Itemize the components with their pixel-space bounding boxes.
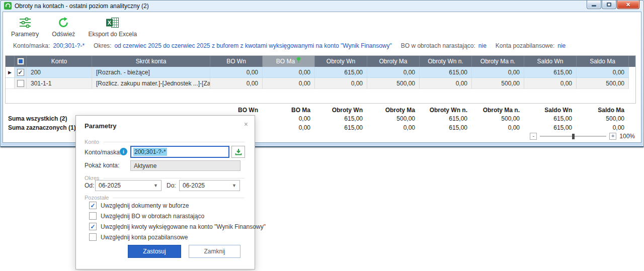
zoom-slider[interactable]: [540, 133, 606, 139]
summary-column-header: Obroty Ma: [367, 107, 419, 114]
current-row-arrow-icon: ▶: [8, 70, 12, 75]
column-header-obroty-ma-n-[interactable]: Obroty Ma n.: [472, 56, 524, 67]
bo-narastajaco-label: BO w obrotach narastająco:: [401, 42, 475, 49]
row-selector-cell: [6, 78, 15, 89]
column-header-konto[interactable]: Konto: [27, 56, 92, 67]
zastosuj-button[interactable]: Zastosuj: [128, 245, 181, 258]
accounts-grid: KontoSkrót kontaBO WnBO MaObroty WnObrot…: [5, 55, 636, 104]
filter-summary: Konto/maska:200;301-?-* Okres:od czerwie…: [13, 42, 566, 49]
download-icon: [235, 148, 242, 155]
table-row[interactable]: ▶200[Rozrach. - bieżące]0,000,00615,000,…: [6, 67, 635, 78]
cell-value: 0,00: [524, 78, 577, 89]
cell-value: 0,00: [263, 78, 315, 89]
checkbox-label: Uwzględnij konta pozabilansowe: [101, 234, 188, 241]
cell-value: 0,00: [367, 67, 420, 78]
column-header-bo-ma[interactable]: BO Ma: [263, 56, 315, 67]
summary-column-header: BO Wn: [210, 107, 262, 114]
parametry-label: Parametry: [11, 31, 39, 38]
summary-value: 615,00: [524, 115, 576, 122]
checkbox[interactable]: [89, 202, 97, 209]
minimize-button[interactable]: [587, 1, 601, 9]
summary-column-header: Saldo Ma: [576, 107, 628, 114]
select-all-checkbox-box[interactable]: [17, 58, 24, 65]
cell-value: 500,00: [577, 78, 629, 89]
dialog-checkbox-row[interactable]: Uwzględnij dokumenty w buforze: [89, 201, 189, 210]
cell-skrot-konta: [Rozrach. - bieżące]: [92, 67, 210, 78]
row-selector-cell: ▶: [6, 67, 15, 78]
app-icon: [4, 2, 12, 10]
svg-text:X: X: [108, 20, 112, 26]
zoom-in-button[interactable]: +: [609, 133, 616, 140]
column-header-obroty-wn-n-[interactable]: Obroty Wn n.: [420, 56, 472, 67]
column-header-obroty-wn[interactable]: Obroty Wn: [315, 56, 367, 67]
select-all-checkbox[interactable]: [15, 56, 27, 67]
bo-narastajaco-value[interactable]: nie: [478, 42, 487, 49]
cell-value: 615,00: [420, 67, 472, 78]
konto-maska-value[interactable]: 200;301-?-*: [53, 42, 85, 49]
zoom-out-button[interactable]: -: [530, 133, 537, 140]
column-header-label: Saldo Ma: [590, 58, 615, 65]
zoom-slider-thumb[interactable]: [572, 134, 575, 139]
dialog-checkbox-row[interactable]: Uwzględnij BO w obrotach narastająco: [89, 212, 204, 220]
window-title: Obroty na kontach - ostatni poziom anali…: [15, 3, 149, 10]
checkbox[interactable]: [89, 212, 97, 220]
cell-value: 615,00: [524, 67, 577, 78]
okres-do-select[interactable]: 06-2025▼: [179, 180, 240, 191]
okres-value[interactable]: od czerwiec 2025 do czerwiec 2025 z bufo…: [114, 42, 391, 49]
checkbox-label: Uwzględnij dokumenty w buforze: [101, 202, 189, 209]
table-row[interactable]: 301-1-1[Rozlicz. zakupu mater.]-[Jednost…: [6, 78, 635, 89]
okres-od-select[interactable]: 06-2025▼: [95, 180, 162, 191]
column-header-bo-wn[interactable]: BO Wn: [210, 56, 263, 67]
eksport-excel-button[interactable]: X Eksport do Excela: [84, 14, 141, 39]
column-header-label: BO Wn: [226, 58, 246, 65]
pozabilansowe-value[interactable]: nie: [557, 42, 566, 49]
pokaz-konta-field: Aktywne: [130, 160, 240, 171]
konto-maska-input[interactable]: 200;301-?-*: [130, 146, 229, 158]
cell-value: 0,00: [210, 67, 263, 78]
column-header-skr-t-konta[interactable]: Skrót konta: [92, 56, 210, 67]
column-header-label: Skrót konta: [136, 58, 167, 65]
cell-value: 500,00: [472, 78, 524, 89]
summary-column-header: Obroty Wn n.: [419, 107, 471, 114]
cell-value: 0,00: [577, 67, 629, 78]
eksport-excel-label: Eksport do Excela: [88, 31, 137, 38]
cell-value: 500,00: [367, 78, 420, 89]
group-konto: Konto: [85, 139, 245, 145]
filter-pin-icon: [295, 58, 301, 65]
dialog-checkbox-row[interactable]: Uwzględnij konta pozabilansowe: [89, 233, 188, 241]
okres-do-value: 06-2025: [183, 182, 205, 189]
column-header-filler: [629, 56, 635, 67]
summary-value: 500,00: [471, 115, 524, 122]
column-header-obroty-ma[interactable]: Obroty Ma: [367, 56, 420, 67]
odswiez-label: Odśwież: [52, 31, 75, 38]
maximize-button[interactable]: [602, 1, 616, 9]
column-header-saldo-wn[interactable]: Saldo Wn: [524, 56, 577, 67]
summary-value: 615,00: [314, 115, 367, 122]
checkbox[interactable]: [89, 233, 97, 241]
dialog-close-icon[interactable]: ×: [244, 121, 248, 128]
cell-value: 0,00: [315, 78, 367, 89]
chevron-down-icon: ▼: [153, 183, 158, 188]
info-icon[interactable]: i: [120, 148, 127, 155]
checkbox-label: Uwzględnij BO w obrotach narastająco: [101, 213, 204, 220]
column-header-label: Konto: [51, 58, 67, 65]
summary-value: 0,00: [576, 124, 628, 131]
row-checkbox-cell[interactable]: [15, 67, 27, 78]
checkbox[interactable]: [89, 223, 97, 230]
summary-header-spacer: [5, 107, 210, 114]
parametry-button[interactable]: Parametry: [7, 14, 43, 39]
row-checkbox-cell[interactable]: [15, 78, 27, 89]
zamknij-button[interactable]: Zamknij: [189, 245, 240, 258]
load-accounts-button[interactable]: [231, 146, 245, 158]
pokaz-konta-label: Pokaż konta:: [85, 162, 119, 169]
dialog-checkbox-row[interactable]: Uwzględnij kwoty wyksięgowane na konto "…: [89, 222, 266, 231]
column-header-saldo-ma[interactable]: Saldo Ma: [577, 56, 629, 67]
close-button[interactable]: ✕: [617, 1, 639, 9]
zoom-control: - + 100%: [530, 133, 635, 140]
odswiez-button[interactable]: Odśwież: [48, 14, 79, 39]
summary-value: 500,00: [576, 115, 628, 122]
row-checkbox[interactable]: [17, 69, 24, 76]
row-checkbox[interactable]: [17, 80, 24, 87]
summary-header-row: BO WnBO MaObroty WnObroty MaObroty Wn n.…: [5, 107, 635, 114]
cell-skrot-konta: [Rozlicz. zakupu mater.]-[Jednostek ...]…: [92, 78, 210, 89]
